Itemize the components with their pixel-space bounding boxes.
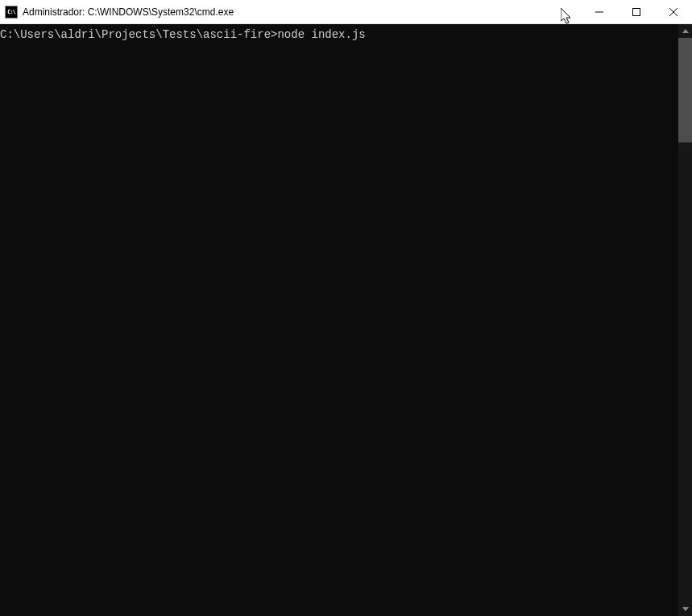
maximize-button[interactable]: [618, 0, 655, 23]
window-title: Administrador: C:\WINDOWS\System32\cmd.e…: [23, 6, 581, 18]
maximize-icon: [632, 8, 640, 16]
minimize-button[interactable]: [581, 0, 618, 23]
terminal-area: C:\Users\aldri\Projects\Tests\ascii-fire…: [0, 24, 692, 616]
close-button[interactable]: [655, 0, 692, 23]
prompt-line: C:\Users\aldri\Projects\Tests\ascii-fire…: [0, 28, 366, 41]
vertical-scrollbar[interactable]: [678, 24, 692, 616]
terminal-content[interactable]: C:\Users\aldri\Projects\Tests\ascii-fire…: [0, 24, 678, 616]
titlebar[interactable]: C:\ Administrador: C:\WINDOWS\System32\c…: [0, 0, 692, 24]
svg-rect-1: [633, 8, 640, 15]
cmd-icon-label: C:\: [7, 9, 15, 15]
prompt-path: C:\Users\aldri\Projects\Tests\ascii-fire…: [0, 28, 277, 41]
chevron-down-icon: [682, 607, 689, 611]
close-icon: [669, 8, 677, 16]
scroll-up-arrow[interactable]: [678, 24, 692, 38]
scroll-track[interactable]: [678, 38, 692, 602]
scroll-thumb[interactable]: [678, 38, 692, 143]
cmd-icon: C:\: [5, 6, 18, 19]
scroll-down-arrow[interactable]: [678, 602, 692, 616]
chevron-up-icon: [682, 29, 689, 33]
minimize-icon: [595, 8, 603, 16]
window-controls: [581, 0, 692, 23]
cmd-window: C:\ Administrador: C:\WINDOWS\System32\c…: [0, 0, 692, 616]
command-text: node index.js: [277, 28, 365, 41]
